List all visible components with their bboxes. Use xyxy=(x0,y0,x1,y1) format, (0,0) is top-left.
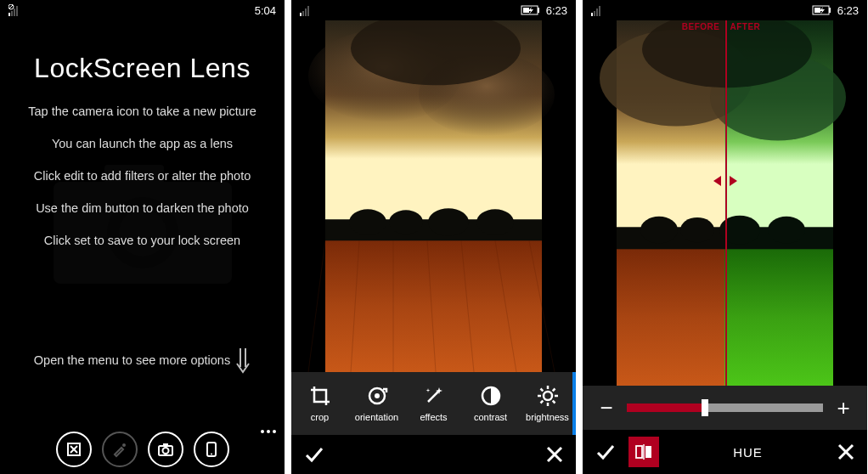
menu-hint: Open the menu to see more options xyxy=(34,353,230,367)
photo-preview[interactable] xyxy=(291,20,576,372)
svg-rect-61 xyxy=(591,13,593,16)
instructions-list: Tap the camera icon to take a new pictur… xyxy=(10,104,274,247)
svg-line-56 xyxy=(552,401,555,403)
svg-point-36 xyxy=(389,210,423,234)
compare-mode-button[interactable] xyxy=(628,437,659,467)
editor-toolbar: crop orientation effects contrast xyxy=(291,372,576,435)
app-title: LockScreen Lens xyxy=(10,53,274,84)
svg-point-50 xyxy=(544,392,552,400)
tool-brightness[interactable]: brightness xyxy=(519,372,576,435)
svg-rect-26 xyxy=(538,8,539,13)
svg-point-15 xyxy=(122,443,126,447)
tool-label: orientation xyxy=(355,412,398,422)
slider-thumb[interactable] xyxy=(702,399,708,416)
instruction-line: You can launch the app as a lens xyxy=(10,137,274,150)
compare-divider[interactable] xyxy=(725,20,727,386)
svg-rect-63 xyxy=(596,8,598,16)
battery-icon xyxy=(521,5,541,15)
signal-icon xyxy=(591,4,603,16)
screen-editor: 6:23 xyxy=(291,0,576,474)
brush-icon xyxy=(111,441,128,458)
contrast-icon xyxy=(480,385,502,407)
tool-orientation[interactable]: orientation xyxy=(348,372,405,435)
phone-icon xyxy=(203,441,220,458)
next-panel-indicator[interactable] xyxy=(572,372,576,435)
hue-slider[interactable] xyxy=(627,403,823,412)
camera-icon xyxy=(157,441,174,458)
svg-rect-67 xyxy=(814,8,820,13)
effects-icon xyxy=(423,385,445,407)
no-signal-icon xyxy=(8,4,20,16)
svg-point-90 xyxy=(768,217,805,244)
arrow-down-icon xyxy=(235,347,251,374)
more-button[interactable] xyxy=(261,430,276,433)
tool-label: contrast xyxy=(474,412,507,422)
svg-line-57 xyxy=(552,389,555,392)
svg-line-55 xyxy=(540,389,543,392)
compare-icon xyxy=(634,443,653,461)
svg-point-48 xyxy=(375,393,380,398)
svg-rect-39 xyxy=(325,240,542,372)
tool-label: brightness xyxy=(526,412,569,422)
decrease-button[interactable]: − xyxy=(598,395,615,421)
svg-point-37 xyxy=(428,208,469,236)
tool-label: effects xyxy=(420,412,447,422)
adjust-bottom-bar: HUE xyxy=(583,430,867,474)
adjustment-name: HUE xyxy=(671,445,825,460)
app-bar xyxy=(0,425,285,474)
instruction-line: Use the dim button to darken the photo xyxy=(10,201,274,215)
svg-rect-23 xyxy=(305,8,307,16)
svg-rect-64 xyxy=(599,6,600,16)
screen-home: 5:04 LockScreen Lens Tap the camera icon… xyxy=(0,0,285,474)
before-label: BEFORE xyxy=(583,22,725,31)
tool-contrast[interactable]: contrast xyxy=(462,372,519,435)
instruction-line: Click edit to add filters or alter the p… xyxy=(10,169,274,183)
signal-icon xyxy=(300,4,312,16)
svg-rect-17 xyxy=(163,443,168,446)
svg-rect-22 xyxy=(302,11,304,16)
svg-rect-27 xyxy=(523,8,529,13)
screen-hue-adjust: 6:23 xyxy=(583,0,867,474)
tool-effects[interactable]: effects xyxy=(405,372,462,435)
svg-point-35 xyxy=(349,209,386,235)
accept-button[interactable] xyxy=(303,443,325,466)
chevron-left-icon xyxy=(713,176,721,186)
editor-bottom-bar xyxy=(291,435,576,474)
svg-line-58 xyxy=(540,401,543,403)
svg-rect-0 xyxy=(8,13,10,16)
dim-button[interactable] xyxy=(102,432,138,467)
svg-point-78 xyxy=(680,217,714,242)
svg-rect-66 xyxy=(829,8,831,13)
crop-icon xyxy=(309,385,331,407)
increase-button[interactable]: + xyxy=(835,395,852,421)
status-bar: 6:23 xyxy=(583,0,867,20)
cancel-button[interactable] xyxy=(545,445,564,464)
slider-bar: − + xyxy=(583,386,867,430)
edit-button[interactable] xyxy=(56,432,92,467)
svg-rect-3 xyxy=(16,6,18,16)
status-bar: 6:23 xyxy=(291,0,576,20)
tool-crop[interactable]: crop xyxy=(291,372,348,435)
orientation-icon xyxy=(366,385,388,407)
accept-button[interactable] xyxy=(595,441,617,463)
photo-compare[interactable]: BEFORE AFTER xyxy=(583,20,867,386)
brightness-icon xyxy=(537,385,559,407)
battery-icon xyxy=(812,5,832,15)
instruction-line: Tap the camera icon to take a new pictur… xyxy=(10,104,274,118)
svg-rect-29 xyxy=(542,20,576,372)
svg-point-77 xyxy=(640,217,678,244)
svg-rect-92 xyxy=(636,446,642,458)
svg-rect-62 xyxy=(594,11,595,16)
edit-icon xyxy=(65,441,82,458)
after-label: AFTER xyxy=(725,22,868,31)
camera-button[interactable] xyxy=(148,432,183,467)
instruction-line: Click set to save to your lock screen xyxy=(10,234,274,247)
clock: 6:23 xyxy=(546,4,567,17)
svg-rect-2 xyxy=(14,8,15,16)
status-bar: 5:04 xyxy=(0,0,285,20)
chevron-right-icon xyxy=(730,176,737,186)
cancel-button[interactable] xyxy=(837,443,855,461)
compare-handle[interactable] xyxy=(713,176,737,186)
svg-line-5 xyxy=(9,5,13,8)
set-button[interactable] xyxy=(194,432,229,467)
